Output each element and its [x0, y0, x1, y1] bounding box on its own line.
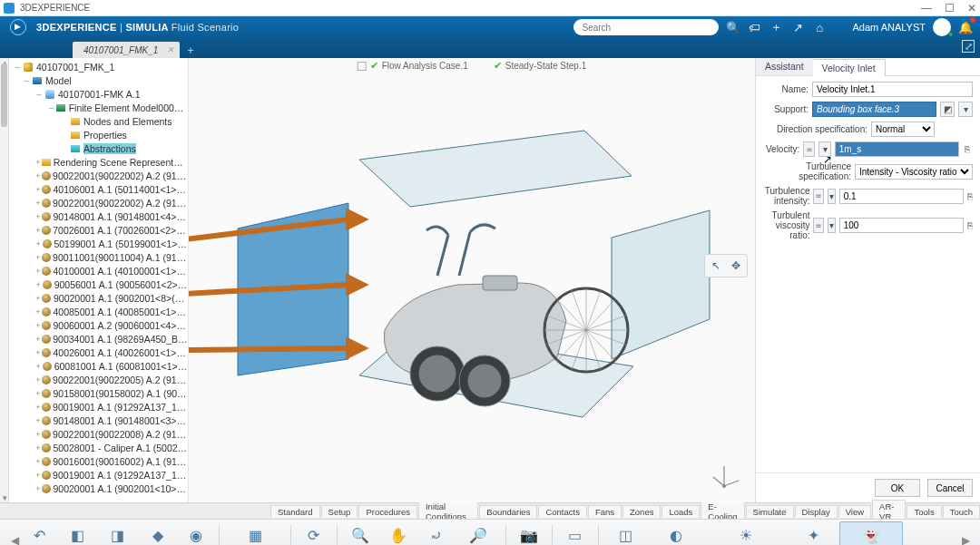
toolbar-button[interactable]: ↶Undo — [20, 521, 58, 545]
tree-node[interactable]: –40107001-FMK A.1 — [9, 87, 188, 101]
tree-twisty-icon[interactable]: + — [34, 375, 42, 384]
expand-panel-button[interactable]: ⤢ — [962, 40, 975, 53]
home-icon[interactable]: ⌂ — [813, 20, 828, 34]
tree-twisty-icon[interactable]: + — [34, 253, 42, 262]
direction-select[interactable]: Normal — [871, 122, 935, 137]
velocity-input[interactable] — [835, 141, 959, 157]
turb-spec-select[interactable]: Intensity - Viscosity ratio — [855, 164, 973, 180]
tree-twisty-icon[interactable]: + — [34, 430, 42, 439]
tree-node[interactable]: Properties — [9, 128, 188, 141]
support-field[interactable]: Bounding box face.3 — [812, 102, 936, 117]
view-triad-icon[interactable] — [706, 461, 742, 497]
move-tool-icon[interactable]: ✥ — [728, 258, 744, 274]
toolbar-prev-icon[interactable]: ◀ — [9, 521, 20, 545]
tree-node[interactable]: +70026001 A.1 (70026001<2> (70025001)) — [9, 223, 188, 237]
toolbar-button[interactable]: ◧Model — [58, 521, 96, 545]
name-input[interactable] — [812, 82, 973, 97]
tree-node[interactable]: +90034001 A.1 (98269A450_Black-Oxide 1 — [9, 332, 188, 345]
toolbar-button[interactable]: ◐Visual Quality... — [648, 521, 704, 545]
tree-node[interactable]: +60081001 A.1 (60081001<1>(Default)) — [9, 359, 188, 373]
tree-node[interactable]: –Finite Element Model00000051 — [9, 101, 188, 114]
search-input[interactable] — [573, 19, 719, 35]
tree-twisty-icon[interactable]: – — [47, 103, 55, 112]
scroll-down-icon[interactable]: ▾ — [0, 493, 9, 502]
tree-twisty-icon[interactable]: + — [34, 294, 42, 303]
tree-node[interactable]: +40085001 A.1 (40085001<1>(40085001)) — [9, 305, 188, 318]
tree-node[interactable]: +90020001 A.1 (9002001<8>(90020001)) — [9, 291, 188, 305]
tree-node[interactable]: +90060001 A.2 (90060001<4>(90060001)) — [9, 318, 188, 332]
toolbar-button[interactable]: ◉Results — [177, 521, 215, 545]
support-picker-icon[interactable]: ◩ — [940, 102, 955, 117]
tree-twisty-icon[interactable]: + — [34, 471, 42, 480]
action-tab[interactable]: Standard — [270, 505, 320, 518]
equals-icon[interactable]: ＝ — [803, 141, 815, 157]
close-tab-icon[interactable]: ✕ — [167, 45, 174, 54]
toolbar-next-icon[interactable]: ▶ — [960, 521, 971, 545]
toolbar-button[interactable]: ▭Parallel — [556, 521, 594, 545]
toolbar-button[interactable]: 🔎Zoom In/Out — [456, 521, 502, 545]
toolbar-button[interactable]: 🔍Fit All In — [341, 521, 379, 545]
tree-twisty-icon[interactable]: + — [34, 321, 42, 330]
toolbar-button[interactable]: ◨Model Prep — [96, 521, 139, 545]
tree-twisty-icon[interactable]: + — [34, 185, 42, 194]
tree-twisty-icon[interactable]: + — [34, 226, 42, 235]
tree-node[interactable]: +90011001(90011004) A.1 (91292A201_TY — [9, 250, 188, 264]
tree-node[interactable]: +40026001 A.1 (40026001<1>(40026001)) — [9, 345, 188, 359]
action-tab[interactable]: Procedures — [358, 505, 417, 518]
toolbar-button[interactable]: ⟳Update — [295, 521, 333, 545]
tree-node[interactable]: +90056001 A.1 (90056001<2>(Default)) — [9, 277, 188, 291]
toolbar-button[interactable]: 👻Volatile Ghosting — [839, 521, 903, 545]
user-menu[interactable]: Adam ANALYST 🔔 — [853, 18, 974, 36]
turb-intensity-input[interactable] — [839, 189, 964, 204]
toolbar-button[interactable]: ✦Stellar scratch — [787, 521, 839, 545]
velocity-dropdown-icon[interactable]: ▾ — [818, 141, 830, 157]
tree-twisty-icon[interactable]: + — [34, 307, 42, 316]
action-tab[interactable]: Simulate — [746, 505, 794, 518]
minimize-button[interactable]: — — [921, 2, 932, 15]
toolbar-button[interactable]: ⤾Rotate — [417, 521, 456, 545]
tree-twisty-icon[interactable]: + — [34, 171, 42, 180]
toolbar-button[interactable]: ◫View Modes — [603, 521, 648, 545]
tree-node[interactable]: +90148001 A.1 (90148001<3>(92148A170 — [9, 414, 188, 427]
tree-node[interactable]: Nodes and Elements — [9, 114, 188, 128]
tree-twisty-icon[interactable]: + — [34, 239, 42, 248]
ratio-dropdown-icon[interactable]: ▾ — [828, 218, 835, 233]
close-button[interactable]: ✕ — [967, 2, 976, 15]
toolbar-button[interactable]: 📷Views... — [510, 521, 548, 545]
support-dropdown-icon[interactable]: ▾ — [958, 102, 973, 117]
action-tab[interactable]: Tools — [906, 505, 941, 518]
tag-icon[interactable]: 🏷 — [748, 20, 762, 34]
tree-node[interactable]: +90019001 A.1 (91292A137_18-8 Stainless — [9, 468, 188, 482]
cancel-button[interactable]: Cancel — [927, 479, 973, 497]
tree-node[interactable]: –Model — [9, 73, 188, 87]
tree-node[interactable]: +90020001 A.1 (9002001<10>(90020001)) — [9, 482, 188, 495]
tree-node[interactable]: +90158001(90158002) A.1 (90158001<4>( — [9, 386, 188, 400]
tree-twisty-icon[interactable]: + — [34, 484, 42, 493]
tree-twisty-icon[interactable]: + — [34, 416, 42, 425]
tree-twisty-icon[interactable]: + — [34, 457, 42, 466]
tree-twisty-icon[interactable]: + — [34, 212, 42, 221]
tree-twisty-icon[interactable]: + — [34, 335, 42, 344]
action-tab[interactable]: Setup — [321, 505, 358, 518]
tree-scrollbar[interactable]: ▴ ▾ — [0, 58, 9, 502]
search-icon[interactable]: 🔍 — [726, 20, 740, 34]
ok-button[interactable]: OK — [875, 479, 920, 497]
tree-node[interactable]: +90016001(90016002) A.1 (91292A126_18 — [9, 454, 188, 468]
tree-node[interactable]: +40100001 A.1 (40100001<1>(40100001)) — [9, 264, 188, 277]
action-tab[interactable]: Loads — [662, 505, 700, 518]
action-tab[interactable]: Boundaries — [479, 505, 537, 518]
tab-assistant[interactable]: Assistant — [756, 58, 813, 75]
action-tab[interactable]: Display — [795, 505, 838, 518]
tree-twisty-icon[interactable]: + — [34, 267, 42, 276]
tab-velocity-inlet[interactable]: Velocity Inlet — [813, 59, 886, 76]
tree-twisty-icon[interactable]: + — [34, 389, 42, 398]
tree-twisty-icon[interactable]: + — [34, 158, 42, 167]
tree-node[interactable]: +90022001(90022008) A.2 (91292A201_TY — [9, 427, 188, 441]
tree-node[interactable]: +90022001(90022002) A.2 (91292A201_TY — [9, 196, 188, 209]
action-tab[interactable]: Zones — [622, 505, 661, 518]
equals-icon[interactable]: ＝ — [813, 218, 824, 233]
feature-tree[interactable]: –40107001_FMK_1–Model–40107001-FMK A.1–F… — [9, 58, 189, 502]
tree-twisty-icon[interactable]: + — [34, 403, 42, 412]
tree-node[interactable]: –40107001_FMK_1 — [9, 60, 188, 73]
tree-node[interactable]: +50199001 A.1 (50199001<1> (Default)) — [9, 237, 188, 250]
